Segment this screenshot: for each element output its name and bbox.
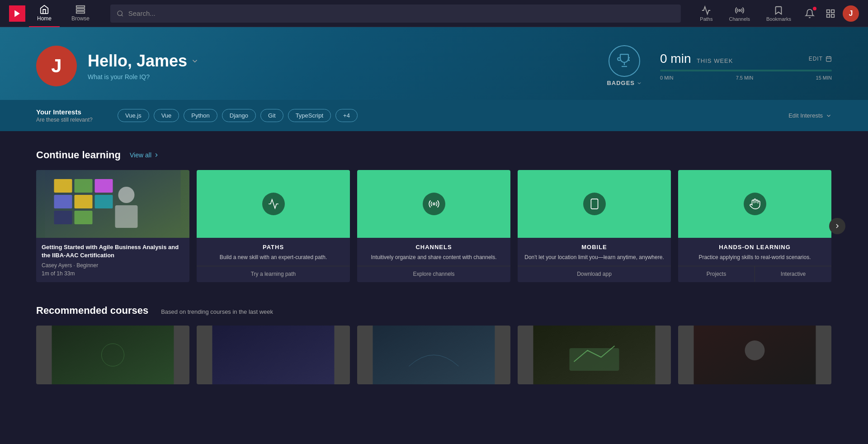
progress-time-display: 0 min THIS WEEK — [660, 52, 733, 66]
svg-rect-18 — [54, 179, 72, 193]
logo[interactable] — [9, 5, 25, 22]
svg-rect-7 — [827, 9, 830, 12]
svg-rect-3 — [76, 11, 85, 13]
interests-bar: Your Interests Are these still relevant?… — [0, 100, 868, 131]
continue-learning-section: Continue learning View all — [36, 149, 832, 282]
search-input[interactable] — [128, 9, 675, 17]
rec-card-thumb-2 — [197, 326, 350, 384]
paths-card-actions: Try a learning path — [197, 266, 350, 282]
handson-card-body: HANDS-ON LEARNING Practice applying skil… — [678, 238, 831, 266]
tag-vuejs[interactable]: Vue.js — [118, 109, 149, 122]
hero-avatar: J — [36, 46, 77, 86]
channels-icon — [428, 198, 440, 210]
nav-home[interactable]: Home — [29, 0, 60, 27]
hero-greeting[interactable]: Hello, James — [88, 52, 199, 71]
projects-button[interactable]: Projects — [678, 266, 755, 282]
svg-rect-11 — [826, 57, 831, 61]
interest-tags: Vue.js Vue Python Django Git TypeScript … — [118, 109, 358, 122]
mobile-card-thumb — [518, 170, 671, 238]
progress-bar — [660, 70, 832, 71]
nav-browse[interactable]: Browse — [63, 0, 98, 27]
svg-marker-0 — [14, 10, 20, 17]
svg-rect-24 — [54, 211, 72, 224]
edit-button[interactable]: EDIT — [809, 56, 832, 62]
apps-button[interactable] — [822, 5, 839, 22]
channels-card-thumb — [357, 170, 510, 238]
nav-paths-label: Paths — [700, 16, 712, 22]
channels-card-actions: Explore channels — [357, 266, 510, 282]
tag-typescript[interactable]: TypeScript — [288, 109, 331, 122]
search-bar — [110, 5, 681, 23]
tag-more[interactable]: +4 — [335, 109, 358, 122]
carousel-next-button[interactable] — [829, 218, 845, 234]
nav-bookmarks-label: Bookmarks — [766, 16, 791, 22]
handson-card: HANDS-ON LEARNING Practice applying skil… — [678, 170, 831, 282]
hero-section: J Hello, James What is your Role IQ? BAD… — [0, 27, 868, 100]
progress-labels: 0 MIN 7.5 MIN 15 MIN — [660, 75, 832, 80]
svg-point-4 — [118, 11, 122, 15]
paths-card-thumb — [197, 170, 350, 238]
nav-paths[interactable]: Paths — [693, 0, 719, 27]
tag-git[interactable]: Git — [260, 109, 283, 122]
tag-python[interactable]: Python — [184, 109, 217, 122]
handson-description: Practice applying skills to real-world s… — [684, 254, 826, 260]
edit-interests-button[interactable]: Edit Interests — [788, 112, 832, 119]
mobile-card: MOBILE Don't let your location limit you… — [518, 170, 671, 282]
svg-rect-10 — [831, 14, 834, 17]
badge-icon — [609, 45, 640, 77]
trophy-icon — [616, 53, 632, 69]
rec-card-1 — [36, 326, 189, 384]
nav-home-label: Home — [37, 15, 52, 22]
section-header: Continue learning View all — [36, 149, 832, 161]
card-meta: Casey Ayers · Beginner — [42, 262, 184, 269]
svg-rect-9 — [827, 14, 830, 17]
cards-row: Getting Started with Agile Business Anal… — [36, 170, 832, 282]
rec-card-thumb-1 — [36, 326, 189, 384]
rec-card-3 — [357, 326, 510, 384]
paths-description: Build a new skill with an expert-curated… — [202, 254, 344, 260]
main-content: Continue learning View all — [0, 131, 868, 402]
svg-rect-29 — [52, 326, 174, 384]
download-app-button[interactable]: Download app — [518, 266, 671, 282]
explore-channels-button[interactable]: Explore channels — [357, 266, 510, 282]
rec-card-thumb-3 — [357, 326, 510, 384]
svg-point-26 — [433, 203, 434, 205]
tag-vue[interactable]: Vue — [154, 109, 179, 122]
hero-text: Hello, James What is your Role IQ? — [88, 52, 199, 80]
handson-card-thumb — [678, 170, 831, 238]
interactive-button[interactable]: Interactive — [755, 266, 831, 282]
rec-card-2 — [197, 326, 350, 384]
recommended-title: Recommended courses — [36, 305, 148, 316]
notifications-button[interactable] — [801, 5, 818, 22]
tag-django[interactable]: Django — [222, 109, 256, 122]
hero-user-info: J Hello, James What is your Role IQ? — [36, 46, 199, 86]
recommended-cards-row — [36, 326, 832, 384]
paths-icon — [268, 198, 279, 210]
nav-bookmarks[interactable]: Bookmarks — [760, 0, 797, 27]
svg-rect-2 — [76, 9, 85, 10]
chevron-right-icon — [153, 152, 160, 158]
paths-heading: PATHS — [202, 243, 344, 251]
svg-rect-21 — [54, 195, 72, 208]
hero-subtitle[interactable]: What is your Role IQ? — [88, 73, 199, 80]
chevron-down-icon — [637, 80, 642, 86]
user-avatar[interactable]: J — [843, 5, 859, 22]
recommended-header: Recommended courses Based on trending co… — [36, 305, 832, 316]
section-title: Continue learning — [36, 149, 121, 161]
badges-section[interactable]: BADGES — [607, 45, 642, 86]
course-card: Getting Started with Agile Business Anal… — [36, 170, 189, 282]
svg-rect-8 — [831, 9, 834, 12]
mobile-card-actions: Download app — [518, 266, 671, 282]
progress-header: 0 min THIS WEEK EDIT — [660, 52, 832, 66]
svg-rect-17 — [115, 205, 138, 228]
recommended-subtitle: Based on trending courses in the last we… — [161, 308, 273, 315]
svg-rect-31 — [212, 326, 335, 384]
svg-point-36 — [745, 340, 765, 360]
try-learning-path-button[interactable]: Try a learning path — [197, 266, 350, 282]
nav-channels[interactable]: Channels — [722, 0, 756, 27]
rec-card-thumb-4 — [518, 326, 671, 384]
nav-right: Paths Channels Bookmarks J — [693, 0, 859, 27]
view-all-link[interactable]: View all — [130, 151, 160, 159]
svg-rect-25 — [75, 211, 93, 224]
mobile-heading: MOBILE — [523, 243, 665, 251]
